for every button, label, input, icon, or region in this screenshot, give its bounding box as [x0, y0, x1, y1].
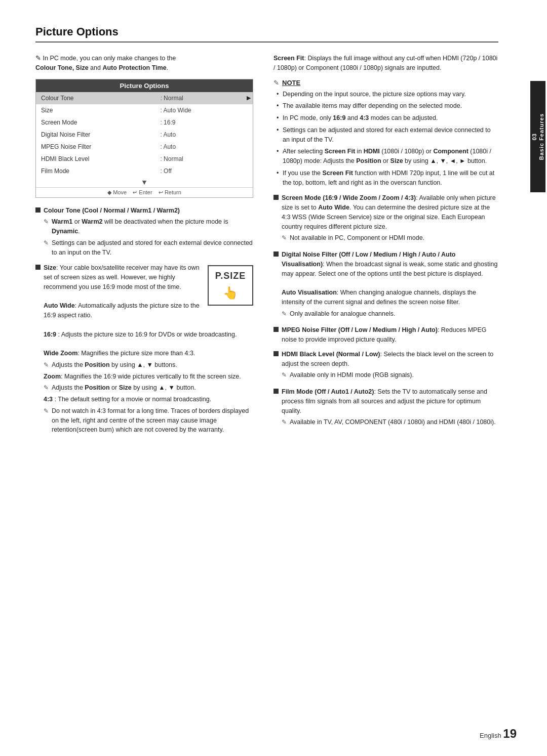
list-item: If you use the Screen Fit function with … — [276, 169, 498, 188]
sub-bullet-text: Only available for analogue channels. — [290, 309, 395, 319]
row-label: HDMI Black Level — [36, 153, 155, 165]
pencil-icon: ✎ — [282, 370, 287, 380]
row-arrow — [232, 141, 253, 153]
side-tab: 03 Basic Features — [529, 0, 547, 756]
bullet-icon — [274, 251, 279, 257]
screen-mode-title: Screen Mode (16:9 / Wide Zoom / Zoom / 4… — [282, 194, 416, 201]
pencil-icon: ✎ — [282, 233, 287, 242]
sub-bullet-text: Not available in PC, Component or HDMI m… — [290, 233, 424, 243]
sub-bullet: ✎ Available in TV, AV, COMPONENT (480i /… — [282, 417, 498, 427]
pencil-icon: ✎ — [282, 309, 287, 318]
sub-bullet: ✎ Adjusts the Position or Size by using … — [44, 383, 253, 393]
mpeg-noise-title: MPEG Noise Filter (Off / Low / Medium / … — [282, 326, 438, 333]
row-label: Film Mode — [36, 165, 155, 177]
note-label: NOTE — [282, 79, 300, 87]
pencil-icon: ✎ — [44, 217, 49, 226]
sub-bullet: ✎ Do not watch in 4:3 format for a long … — [44, 406, 253, 435]
table-row: HDMI Black Level : Normal — [36, 153, 253, 165]
table-header: Picture Options — [36, 79, 253, 92]
row-value: : Auto Wide — [155, 104, 232, 116]
footer-page-number: 19 — [503, 727, 517, 740]
pencil-icon: ✎ — [44, 383, 49, 392]
row-arrow — [232, 116, 253, 129]
sub-bullet: ✎ Available only in HDMI mode (RGB signa… — [282, 370, 498, 380]
row-arrow — [232, 104, 253, 116]
table-row: Size : Auto Wide — [36, 104, 253, 116]
intro-text: ✎ In PC mode, you can only make changes … — [35, 54, 253, 73]
bullet-icon — [274, 389, 279, 394]
bullet-icon — [274, 351, 279, 356]
footer: English 19 — [480, 727, 517, 741]
169-label: 16:9 — [44, 331, 56, 338]
sub-bullet-text: Available in TV, AV, COMPONENT (480i / 1… — [290, 417, 496, 427]
table-row: Screen Mode : 16:9 — [36, 116, 253, 129]
bullet-icon — [35, 265, 41, 270]
options-table: Colour Tone : Normal ▶ Size : Auto Wide … — [36, 92, 253, 177]
bullet-mpeg-noise: MPEG Noise Filter (Off / Low / Medium / … — [274, 325, 498, 345]
nav-row: ◆ Move ↵ Enter ↩ Return — [36, 187, 253, 197]
row-arrow: ▶ — [232, 92, 253, 104]
zoom-label: Zoom — [44, 373, 61, 380]
digital-noise-title: Digital Noise Filter (Off / Low / Medium… — [282, 251, 456, 268]
bullet-colour-tone: Colour Tone (Cool / Normal / Warm1 / War… — [35, 206, 253, 260]
wide-zoom-label: Wide Zoom — [44, 350, 77, 357]
sub-bullet: ✎ Warm1 or Warm2 will be deactivated whe… — [44, 217, 253, 236]
bullet-text: Colour Tone (Cool / Normal / Warm1 / War… — [44, 206, 253, 260]
pencil-icon: ✎ — [44, 238, 49, 247]
pencil-icon: ✎ — [35, 55, 43, 62]
sub-bullet-text: Warm1 or Warm2 will be deactivated when … — [52, 217, 253, 236]
pencil-icon: ✎ — [44, 360, 49, 369]
list-item: After selecting Screen Fit in HDMI (1080… — [276, 147, 498, 166]
bullet-screen-mode: Screen Mode (16:9 / Wide Zoom / Zoom / 4… — [274, 193, 498, 245]
sub-bullet: ✎ Settings can be adjusted and stored fo… — [44, 238, 253, 258]
page-title: Picture Options — [35, 25, 498, 43]
row-arrow — [232, 153, 253, 165]
bullet-text: Screen Mode (16:9 / Wide Zoom / Zoom / 4… — [282, 193, 498, 245]
sub-bullet: ✎ Only available for analogue channels. — [282, 309, 498, 319]
film-mode-title: Film Mode (Off / Auto1 / Auto2) — [282, 388, 374, 395]
list-item: The available items may differ depending… — [276, 101, 498, 111]
list-item: Depending on the input source, the pictu… — [276, 90, 498, 99]
sub-bullet: ✎ Adjusts the Position by using ▲, ▼ but… — [44, 360, 253, 370]
bullet-icon — [274, 195, 279, 200]
pencil-icon: ✎ — [282, 417, 287, 427]
sub-bullet-text: Adjusts the Position by using ▲, ▼ butto… — [52, 360, 177, 370]
row-value: : Auto — [155, 129, 232, 141]
bullet-text: HDMI Black Level (Normal / Low): Selects… — [282, 350, 498, 382]
hdmi-black-title: HDMI Black Level (Normal / Low) — [282, 351, 380, 358]
sub-bullet-text: Available only in HDMI mode (RGB signals… — [290, 370, 414, 380]
psize-hand-icon: 👆 — [223, 284, 238, 302]
chapter-tab: 03 Basic Features — [530, 81, 545, 192]
sub-bullet-text: Settings can be adjusted and stored for … — [52, 238, 253, 258]
left-column: ✎ In PC mode, you can only make changes … — [35, 54, 253, 441]
chapter-number: 03 — [531, 133, 537, 140]
pencil-icon: ✎ — [44, 406, 49, 415]
bullet-text: P.SIZE 👆 Size: Your cable box/satellite … — [44, 263, 253, 437]
bold-colour-tone: Colour Tone, Size — [35, 64, 89, 71]
row-label: MPEG Noise Filter — [36, 141, 155, 153]
row-arrow — [232, 165, 253, 177]
table-row: MPEG Noise Filter : Auto — [36, 141, 253, 153]
row-value: : Normal — [155, 92, 232, 104]
right-column: Screen Fit: Displays the full image with… — [274, 54, 498, 441]
bullet-film-mode: Film Mode (Off / Auto1 / Auto2): Sets th… — [274, 387, 498, 429]
chapter-title: Basic Features — [538, 113, 544, 160]
psize-image: P.SIZE 👆 — [208, 265, 253, 306]
sub-bullet-text: Adjusts the Position or Size by using ▲,… — [52, 383, 196, 393]
row-value: : Normal — [155, 153, 232, 165]
row-label: Size — [36, 104, 155, 116]
bullet-icon — [274, 327, 279, 332]
table-row: Film Mode : Off — [36, 165, 253, 177]
down-arrow: ▼ — [36, 177, 253, 187]
auto-wide-label: Auto Wide — [44, 302, 75, 309]
psize-label: P.SIZE — [215, 269, 246, 283]
bullet-text: MPEG Noise Filter (Off / Low / Medium / … — [282, 325, 498, 345]
row-value: : 16:9 — [155, 116, 232, 129]
bullet-title: Colour Tone (Cool / Normal / Warm1 / War… — [44, 207, 180, 214]
note-list: Depending on the input source, the pictu… — [274, 90, 498, 188]
sub-bullet-text: Do not watch in 4:3 format for a long ti… — [52, 406, 253, 435]
row-arrow — [232, 129, 253, 141]
table-row: Digital Noise Filter : Auto — [36, 129, 253, 141]
note-pencil-icon: ✎ — [274, 79, 279, 87]
list-item: Settings can be adjusted and stored for … — [276, 125, 498, 145]
